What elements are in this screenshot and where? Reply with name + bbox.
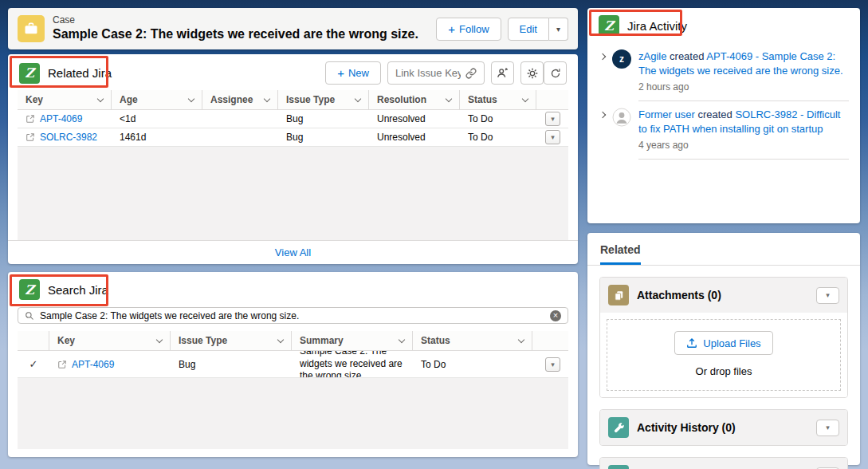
- avatar: [612, 108, 631, 127]
- resolution-cell: Unresolved: [369, 128, 460, 146]
- column-header-issue-type[interactable]: Issue Type: [171, 331, 292, 350]
- table-settings-group: [520, 61, 567, 85]
- column-header-key[interactable]: Key: [49, 331, 171, 350]
- related-jira-table: Key Age Assignee Issue Type Resolution S…: [18, 90, 568, 147]
- attachments-card: Attachments (0) ▾ Upload Files Or drop f…: [599, 277, 848, 398]
- open-activities-icon: [608, 465, 629, 469]
- activity-history-menu-button[interactable]: ▾: [816, 420, 839, 436]
- panel-footer: View All: [8, 240, 578, 264]
- activity-history-title: Activity History (0): [637, 421, 736, 434]
- empty-table-area: [18, 378, 568, 449]
- status-cell: To Do: [413, 351, 532, 377]
- clear-search-icon[interactable]: ×: [550, 310, 561, 321]
- link-icon[interactable]: [465, 68, 477, 79]
- activity-history-icon: [608, 417, 629, 438]
- issue-key-link[interactable]: APT-4069: [40, 113, 82, 124]
- summary-cell: Sample Case 2: The widgets we received a…: [292, 351, 413, 377]
- open-activities-card: Open Activities (0) ▾: [599, 457, 848, 469]
- column-header-select: [18, 331, 49, 350]
- column-header-summary[interactable]: Summary: [292, 331, 413, 350]
- search-results-table: Key Issue Type Summary Status ✓ APT-4069…: [18, 331, 568, 378]
- case-icon: [18, 15, 45, 42]
- chevron-right-icon[interactable]: [599, 112, 606, 118]
- caret-down-icon: ▾: [826, 291, 830, 299]
- column-header-actions: [532, 331, 568, 350]
- open-activities-header[interactable]: Open Activities (0) ▾: [600, 458, 847, 469]
- follow-button[interactable]: + Follow: [436, 18, 501, 41]
- wrench-icon: [613, 422, 625, 434]
- jira-search-box: ×: [18, 307, 568, 324]
- edit-more-actions-button[interactable]: ▾: [549, 18, 568, 41]
- table-header-row: Key Age Assignee Issue Type Resolution S…: [18, 90, 568, 110]
- resolution-cell: Unresolved: [369, 110, 460, 128]
- table-row[interactable]: ✓ APT-4069 Bug Sample Case 2: The widget…: [18, 351, 568, 378]
- assign-user-button[interactable]: [491, 61, 514, 85]
- issue-type-cell: Bug: [278, 110, 369, 128]
- issue-key-link[interactable]: APT-4069: [72, 359, 114, 370]
- gear-icon: [527, 68, 538, 79]
- tab-related[interactable]: Related: [600, 243, 641, 265]
- chevron-down-icon: [355, 95, 361, 101]
- jira-search-input[interactable]: [40, 310, 544, 321]
- chevron-right-icon[interactable]: [599, 53, 606, 60]
- age-cell: <1d: [112, 110, 202, 128]
- activity-history-header[interactable]: Activity History (0) ▾: [600, 410, 847, 445]
- jira-app-icon: Z: [19, 63, 40, 84]
- refresh-icon: [550, 68, 561, 79]
- briefcase-icon: [23, 21, 39, 37]
- caret-down-icon: ▾: [551, 133, 555, 141]
- attachments-header[interactable]: Attachments (0) ▾: [600, 278, 847, 313]
- new-issue-button[interactable]: + New: [325, 61, 381, 85]
- caret-down-icon: ▾: [826, 424, 830, 432]
- settings-gear-button[interactable]: [520, 61, 544, 85]
- chevron-down-icon: [399, 336, 405, 342]
- upload-icon: [686, 337, 697, 349]
- chevron-down-icon: [518, 336, 524, 342]
- chevron-down-icon: [522, 95, 528, 101]
- pages-icon: [613, 290, 625, 302]
- actor-link[interactable]: zAgile: [638, 50, 666, 62]
- actor-link[interactable]: Former user: [638, 108, 695, 120]
- jira-activity-title: Jira Activity: [627, 19, 687, 33]
- column-header-key[interactable]: Key: [18, 90, 112, 109]
- status-cell: To Do: [460, 128, 536, 146]
- chevron-down-icon: [188, 95, 194, 101]
- search-icon: [25, 311, 34, 321]
- edit-button[interactable]: Edit: [508, 18, 549, 41]
- attachments-menu-button[interactable]: ▾: [816, 287, 839, 304]
- table-row[interactable]: SOLRC-3982 1461d Bug Unresolved To Do ▾: [18, 128, 568, 147]
- table-row[interactable]: APT-4069 <1d Bug Unresolved To Do ▾: [18, 110, 568, 128]
- activity-history-card: Activity History (0) ▾: [599, 409, 848, 446]
- issue-key-link[interactable]: SOLRC-3982: [40, 132, 97, 143]
- view-all-link[interactable]: View All: [275, 246, 311, 258]
- row-actions-button[interactable]: ▾: [545, 357, 560, 372]
- empty-table-area: [18, 147, 568, 240]
- chevron-down-icon: [156, 336, 163, 342]
- column-header-assignee[interactable]: Assignee: [202, 90, 278, 109]
- issue-type-cell: Bug: [278, 128, 369, 146]
- column-header-age[interactable]: Age: [112, 90, 202, 109]
- caret-down-icon: ▾: [556, 25, 560, 34]
- column-header-issue-type[interactable]: Issue Type: [278, 90, 369, 109]
- upload-files-button[interactable]: Upload Files: [674, 331, 772, 355]
- row-actions-button[interactable]: ▾: [545, 112, 560, 126]
- activity-item: Former user created SOLRC-3982 - Difficu…: [587, 101, 860, 154]
- column-header-status[interactable]: Status: [460, 90, 536, 109]
- page-title: Sample Case 2: The widgets we received a…: [53, 27, 418, 41]
- row-actions-button[interactable]: ▾: [545, 130, 560, 144]
- table-header-row: Key Issue Type Summary Status: [18, 331, 568, 351]
- activity-timestamp: 4 years ago: [638, 140, 849, 151]
- column-header-resolution[interactable]: Resolution: [369, 90, 460, 109]
- activity-item: z zAgile created APT-4069 - Sample Case …: [587, 43, 860, 96]
- file-drop-zone[interactable]: Upload Files Or drop files: [607, 319, 841, 391]
- chevron-down-icon: [264, 95, 270, 101]
- selected-check-icon[interactable]: ✓: [29, 358, 38, 370]
- related-jira-panel: Z Related Jira + New: [8, 54, 578, 264]
- link-issue-key-input[interactable]: [395, 67, 461, 79]
- user-arrow-icon: [497, 67, 509, 79]
- external-link-icon: [26, 114, 35, 124]
- divider: [638, 159, 849, 160]
- caret-down-icon: ▾: [551, 115, 555, 123]
- column-header-status[interactable]: Status: [413, 331, 532, 350]
- refresh-button[interactable]: [544, 61, 567, 85]
